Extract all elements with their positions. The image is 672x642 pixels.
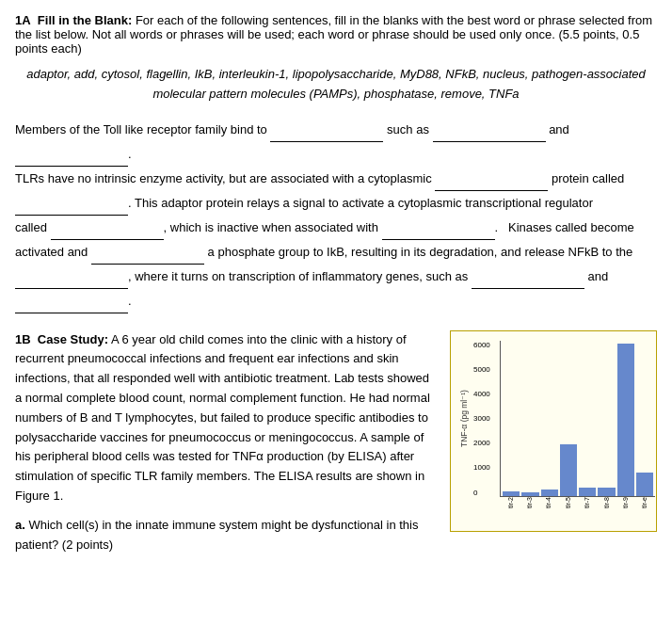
sentence-4-text-3: Kinases called become — [502, 220, 634, 234]
bar-tlr5-rect — [560, 444, 577, 495]
bars-area — [500, 341, 655, 497]
section-1a-label: Fill in the Blank: — [38, 13, 132, 27]
sentence-4-text-2: which is inactive when associated with — [170, 220, 378, 234]
blank-9 — [15, 275, 128, 288]
ytick-4000: 4000 — [473, 390, 490, 398]
sentence-5-text-1: activated and — [15, 245, 88, 259]
bar-tlr4 — [541, 341, 558, 496]
ytick-3000: 3000 — [473, 414, 490, 423]
blank-5 — [15, 201, 128, 215]
xlabel-tlr4: tlr-4 — [540, 497, 557, 508]
sentence-1-and: and — [549, 122, 569, 136]
sentence-5-text-2: a phosphate group to IkB, resulting in i… — [208, 245, 633, 259]
bar-tlr9 — [617, 341, 634, 496]
bar-tlr2-rect — [503, 491, 520, 496]
chart-area: TNF-α (pg ml⁻¹) 6000 5000 4000 3000 2000… — [456, 337, 659, 525]
ytick-2000: 2000 — [473, 439, 490, 447]
sentence-3-text: This adaptor protein relays a signal to … — [135, 196, 593, 210]
blank-11 — [15, 299, 128, 313]
blank-1 — [270, 128, 383, 141]
blank-3 — [15, 152, 128, 166]
bar-tlr8 — [598, 341, 615, 496]
sentence-4: called , which is inactive when associat… — [15, 216, 657, 240]
sentence-7: . — [15, 289, 657, 313]
sentence-2-text-2: protein called — [552, 171, 624, 185]
bar-tlre — [636, 341, 653, 496]
bar-tlr2 — [503, 341, 520, 496]
blank-2 — [433, 128, 546, 141]
section-1b-text: A 6 year old child comes into the clinic… — [15, 332, 430, 503]
section-1b-label: Case Study: — [38, 332, 108, 346]
x-axis-labels: tlr-2 tlr-3 tlr-4 tlr-5 tlr-7 tlr-8 — [500, 497, 655, 523]
blank-4 — [435, 177, 548, 190]
xlabel-tlr3: tlr-3 — [520, 497, 537, 508]
xlabel-tlr8: tlr-8 — [598, 497, 615, 508]
ytick-0: 0 — [473, 489, 490, 497]
ytick-6000: 6000 — [473, 341, 490, 349]
bar-tlr3 — [521, 341, 538, 496]
xlabel-tlr5: tlr-5 — [559, 497, 576, 508]
bar-tlr8-rect — [598, 488, 615, 495]
sentence-6: , where it turns on transcription of inf… — [15, 265, 657, 289]
fill-blank-sentences: Members of the Toll like receptor family… — [15, 118, 657, 313]
chart-container: TNF-α (pg ml⁻¹) 6000 5000 4000 3000 2000… — [450, 330, 657, 532]
blank-7 — [382, 226, 495, 239]
xlabel-tlre: tlr-e — [636, 497, 653, 508]
question-a-label: a. — [15, 518, 25, 532]
sentence-6-text: where it turns on transcription of infla… — [135, 269, 468, 283]
bar-tlr3-rect — [521, 492, 538, 495]
y-tick-labels: 6000 5000 4000 3000 2000 1000 0 — [473, 341, 490, 497]
xlabel-tlr9: tlr-9 — [616, 497, 633, 508]
bar-tlr5 — [560, 341, 577, 496]
section-1b: 1B Case Study: A 6 year old child comes … — [15, 330, 657, 555]
xlabel-tlr7: tlr-7 — [579, 497, 596, 508]
bar-tlr7-rect — [579, 488, 596, 495]
blank-10 — [472, 275, 584, 288]
sentence-2: TLRs have no intrinsic enzyme activity, … — [15, 167, 657, 191]
section-1a-header: 1A Fill in the Blank: For each of the fo… — [15, 13, 657, 56]
sentence-5: activated and a phosphate group to IkB, … — [15, 240, 657, 265]
sentence-1-text-2: such as — [387, 122, 429, 136]
blank-8 — [91, 250, 204, 264]
ytick-1000: 1000 — [473, 463, 490, 472]
case-study-text-block: 1B Case Study: A 6 year old child comes … — [15, 330, 439, 555]
blank-6 — [51, 226, 164, 239]
question-a: a. Which cell(s) in the innate immune sy… — [15, 516, 439, 555]
y-axis-label: TNF-α (pg ml⁻¹) — [456, 341, 472, 497]
word-list: adaptor, add, cytosol, flagellin, IkB, i… — [15, 65, 657, 104]
bar-tlr9-rect — [617, 344, 634, 496]
sentence-2-text: TLRs have no intrinsic enzyme activity, … — [15, 171, 432, 185]
xlabel-tlr2: tlr-2 — [502, 497, 519, 508]
section-1a: 1A Fill in the Blank: For each of the fo… — [15, 13, 657, 313]
sentence-1: Members of the Toll like receptor family… — [15, 118, 657, 167]
sentence-6-and: and — [588, 269, 609, 283]
bar-tlr7 — [579, 341, 596, 496]
bar-tlre-rect — [636, 473, 653, 496]
section-1b-number: 1B — [15, 332, 31, 346]
case-study-intro: 1B Case Study: A 6 year old child comes … — [15, 330, 439, 506]
section-1a-number: 1A — [15, 13, 31, 27]
ytick-5000: 5000 — [473, 365, 490, 374]
sentence-3: . This adaptor protein relays a signal t… — [15, 191, 657, 216]
question-a-text: Which cell(s) in the innate immune syste… — [15, 518, 418, 552]
sentence-4-text-1: called — [15, 220, 47, 234]
bar-tlr4-rect — [541, 490, 558, 496]
sentence-1-text-1: Members of the Toll like receptor family… — [15, 122, 267, 136]
